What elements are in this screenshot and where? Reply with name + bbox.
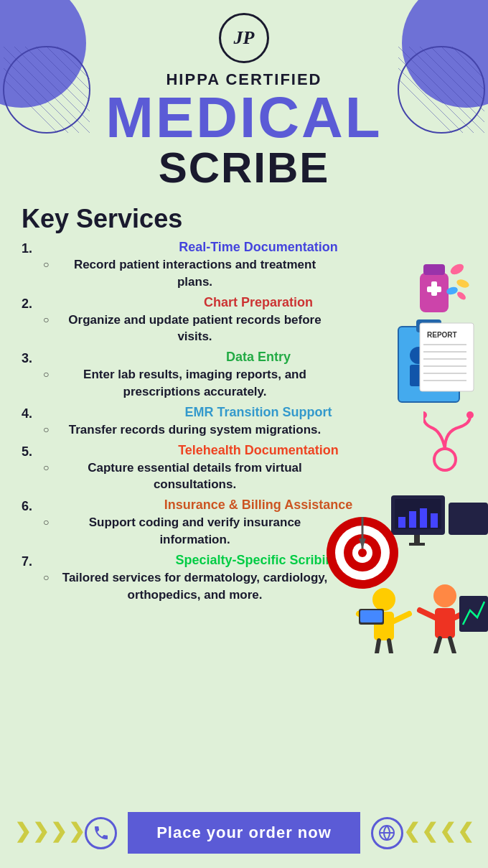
svg-line-65	[389, 640, 391, 653]
bullet-3: ○	[43, 368, 54, 380]
svg-rect-45	[449, 503, 488, 535]
svg-rect-47	[398, 517, 405, 528]
service-title-5: Telehealth Documentation	[43, 443, 474, 458]
svg-rect-23	[427, 286, 441, 292]
svg-point-43	[423, 411, 427, 419]
medicine-bottle-icon	[398, 251, 470, 323]
bullet-5: ○	[43, 462, 54, 473]
service-item-5: 5. Telehealth Documentation ○ Capture es…	[22, 443, 474, 494]
svg-rect-69	[435, 608, 455, 638]
medical-title: MEDICAL	[0, 89, 488, 146]
service-number-6: 6.	[22, 499, 36, 514]
page-wrapper: JP HIPPA CERTIFIED MEDICAL SCRIBE Key Se…	[0, 0, 488, 868]
svg-text:REPORT: REPORT	[427, 331, 457, 339]
service-number-4: 4.	[22, 406, 36, 421]
place-order-button[interactable]: Place your order now	[128, 812, 360, 854]
logo: JP	[219, 13, 269, 63]
bullet-4: ○	[43, 424, 54, 435]
svg-line-73	[450, 638, 454, 653]
svg-rect-52	[409, 543, 425, 546]
globe-icon	[371, 817, 403, 849]
service-number-5: 5.	[22, 444, 36, 459]
bullet-1: ○	[43, 258, 54, 270]
service-number-7: 7.	[22, 554, 36, 569]
report-paper-icon: REPORT	[416, 319, 488, 398]
logo-container: JP	[0, 0, 488, 63]
svg-rect-67	[360, 610, 383, 622]
service-number-1: 1.	[22, 241, 36, 256]
svg-line-70	[420, 610, 435, 617]
target-people-icon	[319, 495, 488, 653]
service-number-2: 2.	[22, 297, 36, 312]
phone-svg	[93, 824, 110, 841]
svg-rect-50	[431, 513, 438, 528]
svg-point-27	[456, 290, 467, 301]
svg-point-60	[372, 588, 395, 611]
cta-section: Place your order now	[0, 812, 488, 854]
svg-rect-51	[414, 535, 420, 543]
svg-rect-48	[409, 511, 416, 528]
svg-rect-49	[420, 508, 427, 528]
service-desc-5: Capture essential details from virtual c…	[60, 459, 474, 494]
svg-rect-21	[423, 264, 445, 275]
key-services-title: Key Services	[22, 204, 474, 234]
phone-icon	[85, 817, 117, 849]
stethoscope-icon	[423, 409, 481, 474]
service-number-3: 3.	[22, 351, 36, 366]
svg-point-68	[433, 584, 456, 607]
bullet-2: ○	[43, 314, 54, 325]
bullet-7: ○	[43, 571, 54, 583]
svg-point-42	[466, 411, 474, 419]
service-desc-4: Transfer records during system migration…	[60, 421, 474, 439]
svg-point-25	[456, 278, 470, 289]
svg-line-72	[436, 638, 440, 653]
svg-point-41	[434, 449, 456, 470]
svg-point-57	[358, 549, 367, 557]
header-section: HIPPA CERTIFIED MEDICAL SCRIBE	[0, 63, 488, 190]
bullet-6: ○	[43, 516, 54, 528]
globe-svg	[378, 824, 395, 841]
service-item-4: 4. EMR Transition Support ○ Transfer rec…	[22, 405, 474, 439]
svg-line-63	[394, 614, 409, 621]
svg-point-24	[449, 262, 465, 276]
scribe-title: SCRIBE	[0, 146, 488, 190]
svg-line-64	[377, 640, 379, 653]
